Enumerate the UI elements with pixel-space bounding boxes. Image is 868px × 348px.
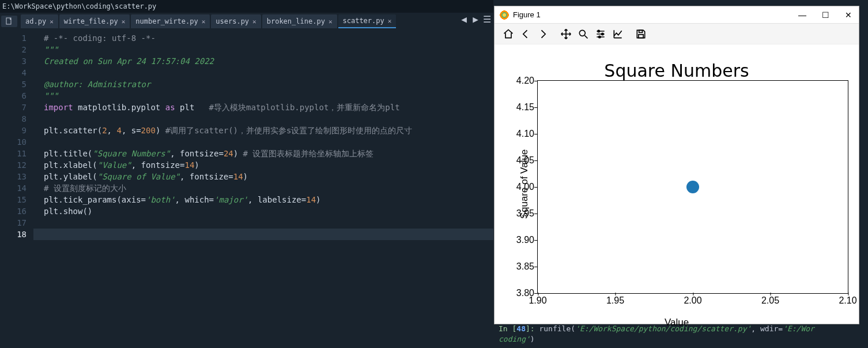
svg-rect-6: [639, 34, 643, 38]
y-tick: 3.95: [516, 208, 534, 219]
tab-menu-icon[interactable]: ☰: [483, 15, 491, 23]
tab-bar: ad.py✕wirte_file.py✕number_wirte.py✕user…: [0, 13, 493, 30]
y-tick: 4.20: [516, 76, 534, 86]
maximize-button[interactable]: ☐: [820, 10, 831, 20]
tab-broken_line-py[interactable]: broken_line.py✕: [262, 14, 337, 28]
tab-label: ad.py: [25, 17, 46, 25]
file-icon: [5, 17, 13, 25]
close-icon[interactable]: ✕: [202, 18, 206, 25]
code-body[interactable]: # -*- coding: utf-8 -*- """ Created on S…: [33, 30, 493, 348]
x-tick: 2.10: [839, 295, 856, 306]
save-icon[interactable]: [633, 26, 649, 42]
tab-label: scatter.py: [343, 17, 384, 25]
code-area[interactable]: 123456789101112131415161718 # -*- coding…: [0, 30, 493, 348]
x-tick: 1.90: [529, 295, 546, 306]
close-icon[interactable]: ✕: [388, 17, 392, 25]
figure-toolbar: [495, 24, 859, 44]
figure-titlebar[interactable]: Figure 1 — ☐ ✕: [495, 6, 859, 24]
configure-icon[interactable]: [592, 26, 609, 42]
zoom-icon[interactable]: [575, 26, 591, 42]
svg-point-2: [598, 30, 599, 32]
figure-title: Figure 1: [513, 10, 797, 19]
tab-scatter-py[interactable]: scatter.py✕: [338, 14, 397, 28]
figure-window[interactable]: Figure 1 — ☐ ✕ Square Numbers Square of …: [494, 6, 859, 324]
matplotlib-icon: [499, 10, 510, 20]
tab-label: users.py: [216, 17, 249, 25]
minimize-button[interactable]: —: [797, 10, 808, 20]
close-icon[interactable]: ✕: [50, 18, 54, 25]
tab-prev-icon[interactable]: ◀: [460, 15, 468, 23]
x-axis-label: Value: [495, 317, 859, 328]
y-tick: 4.00: [516, 182, 534, 192]
close-icon[interactable]: ✕: [122, 18, 126, 25]
tab-number_wirte-py[interactable]: number_wirte.py✕: [131, 14, 210, 28]
x-tick: 2.05: [761, 295, 779, 306]
svg-point-1: [579, 30, 585, 36]
tab-wirte_file-py[interactable]: wirte_file.py✕: [59, 14, 130, 28]
svg-rect-5: [639, 30, 643, 32]
code-editor: E:\WorkSpace\python\coding\scatter.py ad…: [0, 0, 493, 348]
x-tick: 1.95: [606, 295, 624, 306]
x-tick: 2.00: [684, 295, 701, 306]
tab-label: wirte_file.py: [64, 17, 118, 25]
data-point: [686, 181, 699, 193]
plot-area: 4.204.154.104.054.003.953.903.853.801.90…: [537, 80, 848, 294]
close-icon[interactable]: ✕: [252, 18, 256, 25]
pan-icon[interactable]: [558, 26, 574, 42]
home-icon[interactable]: [500, 26, 516, 42]
svg-point-3: [602, 33, 603, 35]
chart-title: Square Numbers: [495, 61, 859, 81]
close-icon[interactable]: ✕: [329, 18, 333, 25]
close-button[interactable]: ✕: [843, 10, 854, 20]
y-tick: 4.05: [516, 155, 534, 166]
forward-icon[interactable]: [535, 26, 551, 42]
tab-ad-py[interactable]: ad.py✕: [21, 14, 58, 28]
y-tick: 4.15: [516, 102, 534, 113]
tab-users-py[interactable]: users.py✕: [211, 14, 261, 28]
file-path: E:\WorkSpace\python\coding\scatter.py: [0, 0, 493, 13]
y-tick: 4.10: [516, 129, 534, 139]
new-tab-button[interactable]: [1, 16, 17, 27]
back-icon[interactable]: [518, 26, 534, 42]
axes-icon[interactable]: [610, 26, 626, 42]
y-tick: 3.85: [516, 261, 534, 272]
tab-label: number_wirte.py: [135, 17, 198, 25]
svg-point-4: [599, 36, 601, 38]
line-gutter: 123456789101112131415161718: [0, 30, 33, 348]
y-tick: 3.90: [516, 235, 534, 245]
tab-label: broken_line.py: [267, 17, 325, 25]
figure-canvas: Square Numbers Square of Value 4.204.154…: [495, 44, 859, 324]
tab-next-icon[interactable]: ▶: [471, 15, 480, 23]
